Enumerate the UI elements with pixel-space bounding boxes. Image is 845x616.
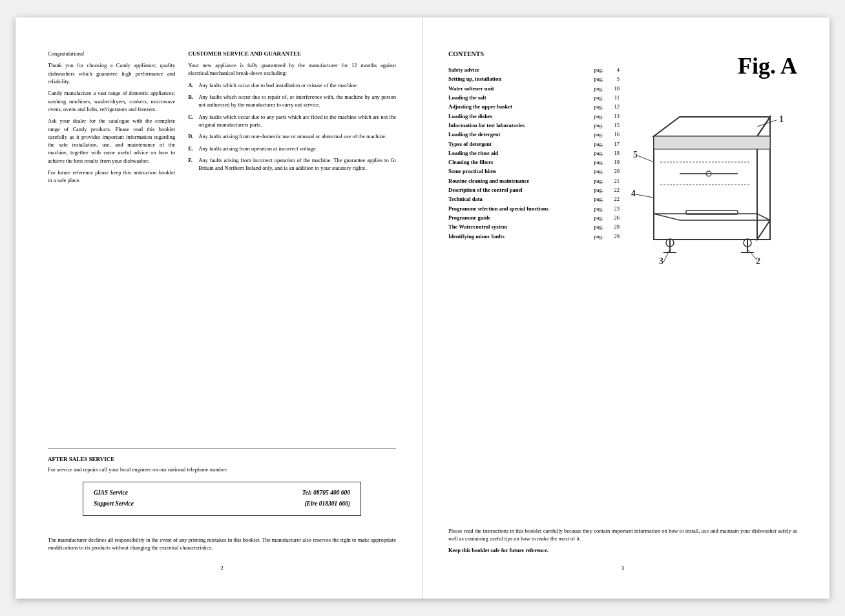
svg-text:5: 5 [633,150,638,159]
contents-pag-label: pag. [590,167,605,176]
svg-line-18 [638,156,654,162]
table-row: Programme guide pag. 26 [448,213,620,222]
contents-label: Information for test laboratories [448,121,590,130]
contents-label: Loading the rinse aid [448,149,590,158]
contents-pag-label: pag. [590,158,605,167]
contents-label: Loading the dishes [448,112,590,121]
page-spread: Congratulations! Thank you for choosing … [16,17,829,599]
service-row-1: GIAS Service Tel: 08705 400 600 [94,489,350,497]
dishwasher-diagram: 1 5 4 3 2 [628,85,796,265]
candy-range: Candy manufacture a vast range of domest… [48,89,175,113]
svg-marker-2 [757,117,770,240]
item-text-f: Any faults arising from incorrect operat… [198,156,396,172]
svg-text:4: 4 [631,189,636,198]
contents-pag-label: pag. [590,204,605,213]
support-service-label: Support Service [94,500,134,508]
bottom-keep-text: Keep this booklet safe for future refere… [448,547,797,555]
contents-label: Routine cleaning and maintenance [448,176,590,185]
after-sales-section: AFTER SALES SERVICE For service and repa… [48,448,396,524]
contents-pag-label: pag. [590,112,605,121]
svg-line-22 [663,249,670,262]
table-row: Loading the detergent pag. 16 [448,130,620,139]
booklet-info: Ask your dealer for the catalogue with t… [48,117,175,165]
contents-pag-label: pag. [590,176,605,185]
contents-title: CONTENTS [448,50,620,59]
contents-pag-label: pag. [590,139,605,149]
table-row: Cleaning the filters pag. 19 [448,158,620,167]
support-service-phone: (Eire 018301 666) [304,500,350,508]
fig-a-title: Fig. A [626,50,797,82]
item-text-e: Any faults arising from operation at inc… [198,145,317,152]
contents-pag-num: 4 [605,65,620,74]
gias-service-label: GIAS Service [94,489,128,497]
contents-pag-num: 5 [605,74,620,83]
svg-rect-0 [654,136,770,240]
page-left: Congratulations! Thank you for choosing … [16,17,422,599]
contents-pag-num: 13 [605,112,620,121]
contents-section: CONTENTS Safety advice pag. 4 Setting up… [448,50,620,521]
table-row: The Watercontrol system pag. 28 [448,222,620,231]
contents-pag-num: 26 [605,213,620,222]
contents-pag-num: 12 [605,102,620,111]
bottom-main-text: Please read the instructions in this boo… [448,528,797,543]
contents-pag-num: 20 [605,167,620,176]
contents-pag-label: pag. [590,93,605,102]
contents-label: Cleaning the filters [448,158,590,167]
page-right: CONTENTS Safety advice pag. 4 Setting up… [422,17,829,599]
table-row: Some practical hints pag. 20 [448,167,620,176]
contents-pag-num: 10 [605,84,620,93]
item-letter-d: D. [188,132,196,140]
svg-text:2: 2 [756,256,760,265]
contents-pag-label: pag. [590,149,605,158]
table-row: Information for test laboratories pag. 1… [448,121,620,130]
guarantee-intro: Your new appliance is fully guaranteed b… [188,61,396,77]
table-row: Loading the salt pag. 11 [448,93,620,102]
contents-label: The Watercontrol system [448,222,590,231]
item-letter-b: B. [188,93,196,109]
item-text-a: Any faults which occur due to bad instal… [198,81,358,89]
contents-label: Safety advice [448,65,590,74]
congratulations: Congratulations! [48,50,175,57]
svg-line-20 [636,194,654,198]
contents-label: Description of the control panel [448,185,590,194]
contents-pag-label: pag. [590,213,605,222]
contents-label: Loading the salt [448,93,590,102]
item-text-d: Any faults arising from non-domestic use… [198,132,386,140]
contents-pag-label: pag. [590,194,605,203]
column-a: Congratulations! Thank you for choosing … [48,50,175,435]
contents-pag-num: 11 [605,93,620,102]
contents-label: Programme selection and special function… [448,204,590,213]
contents-pag-label: pag. [590,222,605,231]
right-bottom: Please read the instructions in this boo… [448,528,797,559]
contents-pag-label: pag. [590,130,605,139]
item-text-b: Any faults which occur due to repair of,… [198,93,396,109]
gias-service-phone: Tel: 08705 400 600 [302,489,350,497]
contents-pag-num: 22 [605,185,620,194]
disclaimer: The manufacturer declines all responsibi… [48,537,396,552]
contents-pag-num: 29 [605,232,620,241]
service-row-2: Support Service (Eire 018301 666) [94,500,350,508]
table-row: Adjusting the upper basket pag. 12 [448,102,620,111]
table-row: Loading the rinse aid pag. 18 [448,149,620,158]
guarantee-list: A. Any faults which occur due to bad ins… [188,81,396,172]
contents-pag-num: 23 [605,204,620,213]
right-page-number: 3 [448,564,797,573]
item-letter-a: A. [188,81,196,89]
contents-pag-num: 17 [605,139,620,149]
table-row: Routine cleaning and maintenance pag. 21 [448,176,620,185]
table-row: Identifying minor faults pag. 29 [448,232,620,241]
table-row: Description of the control panel pag. 22 [448,185,620,194]
list-item: A. Any faults which occur due to bad ins… [188,81,396,89]
contents-pag-label: pag. [590,185,605,194]
table-row: Types of detergent pag. 17 [448,139,620,149]
svg-marker-1 [654,117,770,136]
contents-pag-num: 19 [605,158,620,167]
contents-label: Programme guide [448,213,590,222]
item-letter-f: F. [188,156,196,172]
table-row: Programme selection and special function… [448,204,620,213]
contents-pag-label: pag. [590,65,605,74]
list-item: E. Any faults arising from operation at … [188,145,396,152]
table-row: Loading the dishes pag. 13 [448,112,620,121]
list-item: D. Any faults arising from non-domestic … [188,132,396,140]
list-item: C. Any faults which occur due to any par… [188,113,396,129]
